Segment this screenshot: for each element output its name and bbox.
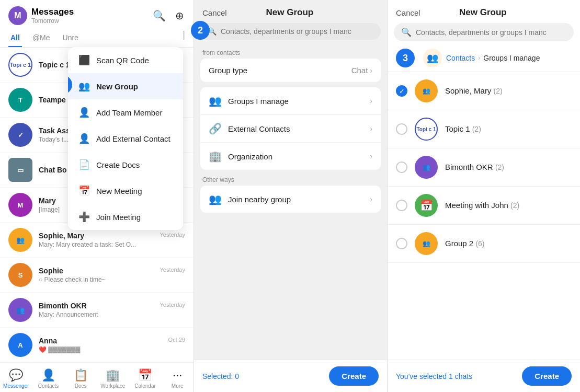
panel-create: Cancel New Group 🔍 2 from contacts Group…	[194, 0, 387, 392]
calendar-icon: 📅	[138, 368, 152, 382]
contact-count: (6)	[475, 239, 484, 248]
panel2-cancel-btn[interactable]: Cancel	[202, 8, 227, 17]
add-external-icon: 👤	[78, 133, 90, 144]
nav-docs[interactable]: 📋 Docs	[64, 366, 97, 391]
organization-row[interactable]: 🏢 Organization ›	[200, 143, 381, 170]
create-docs-label: Create Docs	[96, 160, 140, 169]
org-icon: 🏢	[209, 150, 222, 163]
create-docs-icon: 📄	[78, 159, 90, 170]
panel2-header: Cancel New Group	[194, 0, 387, 23]
message-preview: Mary: Announcement	[39, 311, 185, 318]
nav-calendar[interactable]: 📅 Calendar	[129, 366, 162, 391]
join-meeting-item[interactable]: ➕ Join Meeting	[68, 204, 183, 230]
new-meeting-label: New Meeting	[96, 187, 142, 195]
step-badge-3: 3	[396, 49, 415, 67]
avatar: 📅	[415, 194, 438, 217]
avatar: 👥	[415, 232, 438, 255]
panel3-header: Cancel New Group	[388, 0, 580, 23]
radio-group2[interactable]	[396, 238, 407, 249]
panel-groups: Cancel New Group 🔍 3 👥 Contacts › Groups…	[387, 0, 580, 392]
more-tabs[interactable]: |	[183, 29, 185, 47]
scan-qr-item[interactable]: ⬛ Scan QR Code	[68, 47, 183, 73]
panel3-footer: You've selected 1 chats Create	[388, 360, 580, 392]
add-button[interactable]: ⊕	[174, 8, 185, 23]
tab-unread[interactable]: Unre	[61, 29, 81, 47]
chevron-right-icon: ›	[370, 195, 372, 203]
panel3-title: New Group	[459, 7, 507, 18]
contact-item[interactable]: ✓ 👥 Sophie, Mary (2)	[388, 72, 580, 110]
nav-contacts[interactable]: 👤 Contacts	[32, 366, 65, 391]
new-meeting-item[interactable]: 📅 New Meeting	[68, 178, 183, 204]
check-icon: ✓	[399, 87, 405, 95]
external-icon: 🔗	[209, 122, 222, 135]
nav-workplace[interactable]: 🏢 Workplace	[97, 366, 129, 391]
avatar: S	[8, 263, 32, 287]
contact-item[interactable]: 👥 Group 2 (6)	[388, 225, 580, 263]
message-preview: ○ Please check in time~	[39, 276, 185, 283]
radio-meeting-john[interactable]	[396, 200, 407, 211]
add-external-label: Add External Contact	[96, 134, 170, 143]
contacts-icon: 👤	[41, 368, 55, 382]
contact-item[interactable]: Topi c 1 Topic 1 (2)	[388, 110, 580, 148]
avatar: 👥	[415, 79, 438, 102]
avatar: ✓	[8, 123, 32, 147]
contact-item[interactable]: 👥 Bimonth OKR (2)	[388, 148, 580, 187]
list-item[interactable]: S Sophie Yesterday ○ Please check in tim…	[0, 258, 194, 293]
join-nearby-icon: 👥	[209, 193, 222, 205]
scan-qr-icon: ⬛	[78, 54, 90, 66]
nav-workplace-label: Workplace	[100, 383, 125, 389]
new-group-item[interactable]: 👥 New Group 1	[68, 73, 183, 99]
message-time: Yesterday	[160, 302, 185, 310]
nav-contacts-label: Contacts	[38, 383, 59, 389]
join-nearby-row[interactable]: 👥 Join nearby group ›	[200, 186, 381, 213]
radio-sophie-mary[interactable]: ✓	[396, 85, 407, 97]
selected-count: Selected: 0	[202, 372, 239, 381]
org-label: Organization	[228, 152, 272, 161]
create-docs-item[interactable]: 📄 Create Docs	[68, 152, 183, 178]
nav-calendar-label: Calendar	[134, 383, 156, 389]
panel2-footer: Selected: 0 Create	[194, 360, 387, 392]
messages-header: M Messages Tomorrow 🔍 ⊕	[0, 0, 194, 29]
add-team-item[interactable]: 👤 Add Team Member	[68, 99, 183, 125]
contact-item[interactable]: 📅 Meeting with John (2)	[388, 187, 580, 225]
contact-sections-list: 👥 Groups I manage › 🔗 External Contacts …	[200, 87, 381, 170]
groups-manage-row[interactable]: 👥 Groups I manage ›	[200, 87, 381, 115]
message-preview: Mary: Mary created a task: Set O...	[39, 241, 185, 248]
chevron-right-icon: ›	[370, 124, 372, 133]
step-badge-2: 2	[191, 21, 210, 40]
contacts-breadcrumb-icon: 👥	[423, 49, 442, 67]
search-button[interactable]: 🔍	[152, 8, 167, 23]
breadcrumb-contacts[interactable]: Contacts	[446, 54, 475, 62]
breadcrumb-chevron-icon: ›	[478, 54, 480, 62]
nav-more[interactable]: ··· More	[161, 366, 194, 391]
panel3-create-button[interactable]: Create	[522, 366, 572, 386]
panel3-cancel-btn[interactable]: Cancel	[396, 8, 420, 17]
radio-topic1[interactable]	[396, 123, 407, 135]
external-contacts-row[interactable]: 🔗 External Contacts ›	[200, 115, 381, 143]
step-badge-1: 1	[68, 75, 72, 94]
breadcrumb-current: Groups I manage	[483, 54, 540, 62]
add-external-item[interactable]: 👤 Add External Contact	[68, 125, 183, 152]
create-button[interactable]: Create	[329, 366, 379, 386]
add-team-icon: 👤	[78, 107, 90, 118]
avatar: M	[8, 193, 32, 217]
avatar: A	[8, 333, 32, 357]
group-type-row[interactable]: Group type Chat ›	[200, 59, 381, 82]
avatar: T	[8, 88, 32, 112]
panel3-search-input[interactable]	[416, 28, 566, 37]
contact-name: Sophie, Mary	[445, 86, 494, 95]
contact-name: Sophie, Mary	[39, 232, 84, 240]
tab-atme[interactable]: @Me	[30, 29, 52, 47]
message-time: Oct 29	[168, 337, 185, 345]
join-nearby-label: Join nearby group	[228, 195, 291, 204]
panel2-search-input[interactable]	[221, 27, 373, 36]
docs-icon: 📋	[74, 368, 88, 382]
nav-messenger[interactable]: 💬 Messenger	[0, 366, 32, 391]
chevron-right-icon: ›	[370, 66, 372, 75]
chevron-right-icon: ›	[370, 97, 372, 105]
list-item[interactable]: 👥 Bimonth OKR Yesterday Mary: Announceme…	[0, 293, 194, 328]
radio-bimonth[interactable]	[396, 162, 407, 173]
list-item[interactable]: A Anna Oct 29 ❤️ ▓▓▓▓▓▓▓	[0, 328, 194, 363]
tab-all[interactable]: All	[8, 29, 22, 47]
contact-name: Meeting with John	[445, 201, 510, 210]
